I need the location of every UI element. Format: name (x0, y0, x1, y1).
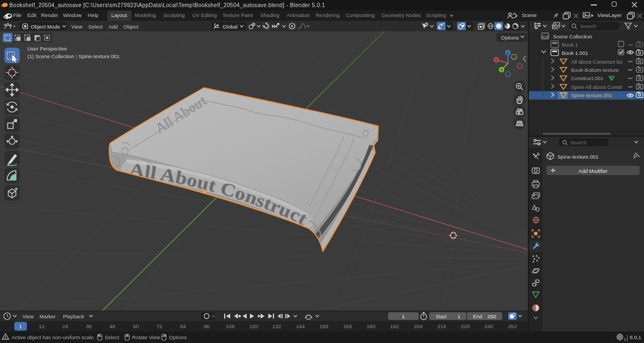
svg-text:Active object has non-uniform: Active object has non-uniform scale (12, 334, 94, 340)
svg-text:84: 84 (180, 323, 186, 329)
svg-text:Select: Select (105, 334, 119, 340)
svg-text:5.0.1: 5.0.1 (630, 334, 641, 340)
svg-text:Search: Search (580, 23, 596, 29)
svg-text:144: 144 (296, 323, 305, 329)
svg-text:Spine-texture.001: Spine-texture.001 (571, 92, 612, 98)
svg-text:180: 180 (367, 323, 375, 329)
svg-text:All about Construct bo: All about Construct bo (571, 59, 622, 65)
svg-text:Spine All about Constr: Spine All about Constr (571, 84, 623, 90)
svg-text:Playback: Playback (63, 313, 84, 319)
svg-text:48: 48 (110, 323, 116, 329)
svg-text:Y: Y (500, 68, 503, 72)
svg-text:(1) Scene Collection | Spine-t: (1) Scene Collection | Spine-texture.001 (27, 53, 119, 59)
svg-text:156: 156 (320, 323, 328, 329)
svg-text:X: X (495, 58, 498, 62)
svg-text:72: 72 (157, 323, 163, 329)
svg-text:Marker: Marker (39, 313, 56, 319)
svg-text:228: 228 (461, 323, 470, 329)
svg-text:36: 36 (86, 323, 92, 329)
svg-text:250: 250 (487, 313, 496, 319)
svg-text:12: 12 (39, 323, 45, 329)
svg-text:1: 1 (458, 313, 460, 319)
svg-text:Book-Bottom-texture: Book-Bottom-texture (571, 67, 619, 73)
svg-text:Rotate View: Rotate View (132, 334, 160, 340)
svg-text:|: | (626, 334, 628, 341)
svg-text:Scene Collection: Scene Collection (553, 33, 592, 40)
svg-text:24: 24 (62, 323, 69, 329)
svg-text:Options: Options (501, 35, 519, 41)
svg-text:252: 252 (508, 323, 517, 329)
svg-text:Construct.001: Construct.001 (571, 75, 603, 81)
svg-text:End: End (473, 313, 482, 319)
svg-text:Spine-texture.001: Spine-texture.001 (557, 154, 599, 160)
svg-text:Start: Start (436, 313, 447, 319)
svg-text:120: 120 (249, 323, 258, 329)
svg-text:96: 96 (204, 323, 210, 329)
svg-text:Book 1: Book 1 (562, 42, 578, 48)
svg-text:Z: Z (507, 51, 510, 55)
svg-text:108: 108 (226, 323, 235, 329)
svg-text:Add Modifier: Add Modifier (578, 168, 607, 174)
svg-text:204: 204 (414, 323, 423, 329)
svg-text:240: 240 (485, 323, 493, 329)
svg-text:192: 192 (390, 323, 399, 329)
svg-text:60: 60 (133, 323, 139, 329)
svg-text:1: 1 (402, 313, 404, 319)
svg-text:View: View (22, 313, 34, 319)
svg-text:User Perspective: User Perspective (27, 46, 67, 52)
svg-text:1: 1 (19, 323, 22, 329)
svg-text:216: 216 (437, 323, 446, 329)
svg-text:Book 1.001: Book 1.001 (562, 50, 588, 56)
svg-text:Search: Search (570, 139, 586, 145)
svg-text:132: 132 (272, 323, 281, 329)
svg-text:168: 168 (343, 323, 352, 329)
svg-text:Options: Options (169, 334, 187, 340)
